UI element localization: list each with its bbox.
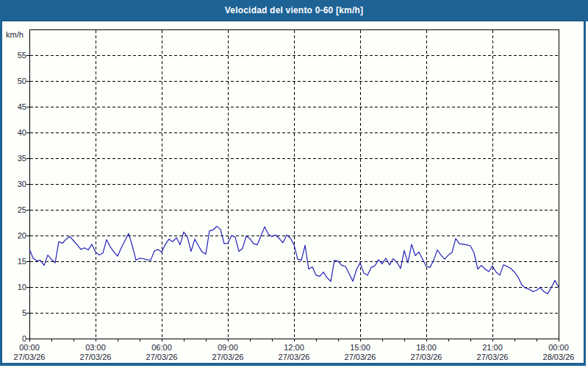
- y-tick-label: 10: [0, 283, 26, 292]
- x-tick-date-label: 27/03/26: [270, 353, 318, 362]
- y-tick-label: 45: [0, 102, 26, 112]
- axis-labels-layer: km/h 051015202530354045505500:0027/03/26…: [0, 0, 588, 368]
- y-tick-label: 25: [0, 205, 26, 215]
- y-axis-unit-label: km/h: [6, 30, 28, 39]
- x-tick-date-label: 27/03/26: [72, 353, 119, 362]
- x-tick-date-label: 27/03/26: [469, 353, 516, 362]
- x-tick-time-label: 18:00: [403, 343, 450, 353]
- x-tick-time-label: 00:00: [535, 343, 582, 353]
- y-tick-label: 5: [0, 308, 26, 318]
- x-tick-date-label: 27/03/26: [337, 353, 384, 362]
- x-tick-time-label: 21:00: [469, 343, 516, 353]
- wind-speed-chart-window: Velocidad del viento 0-60 [km/h] km/h 05…: [0, 0, 588, 368]
- x-tick-date-label: 27/03/26: [403, 353, 450, 362]
- y-tick-label: 50: [0, 77, 26, 86]
- y-tick-label: 55: [0, 51, 26, 60]
- x-tick-date-label: 27/03/26: [6, 353, 53, 362]
- y-tick-label: 30: [0, 180, 26, 189]
- x-tick-time-label: 12:00: [270, 343, 318, 353]
- y-tick-label: 15: [0, 257, 26, 266]
- x-tick-date-label: 28/03/26: [535, 353, 582, 362]
- y-tick-label: 40: [0, 128, 26, 138]
- x-tick-time-label: 00:00: [6, 343, 53, 353]
- x-tick-date-label: 27/03/26: [138, 353, 185, 362]
- y-tick-label: 35: [0, 154, 26, 163]
- x-tick-time-label: 15:00: [337, 343, 384, 353]
- x-tick-time-label: 03:00: [72, 343, 119, 353]
- y-tick-label: 20: [0, 231, 26, 241]
- x-tick-date-label: 27/03/26: [204, 353, 251, 362]
- x-tick-time-label: 09:00: [204, 343, 251, 353]
- x-tick-time-label: 06:00: [138, 343, 185, 353]
- y-tick-label: 0: [0, 334, 26, 344]
